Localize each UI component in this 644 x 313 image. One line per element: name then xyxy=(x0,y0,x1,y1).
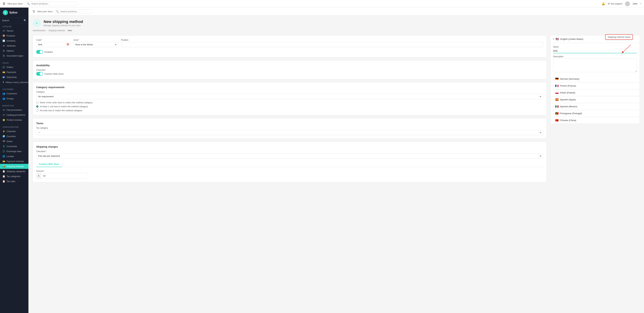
sidebar-item-tax-categories[interactable]: 📋Tax categories xyxy=(0,174,28,179)
sidebar-item-export[interactable]: ⬆bitbag.ui.export_shipments xyxy=(0,80,28,85)
sidebar-item-customers[interactable]: 👥Customers xyxy=(0,91,28,96)
title-text-group: New shipping method Manage shipping meth… xyxy=(44,20,83,27)
taxes-card: Taxes Tax category --- Clothing Electron… xyxy=(32,118,547,139)
radio-all-input[interactable] xyxy=(36,109,38,112)
sidebar-item-label: Tax categories xyxy=(6,175,20,178)
radio-none-input[interactable] xyxy=(36,102,38,104)
hamburger-icon[interactable]: ☰ xyxy=(3,2,5,5)
sales-section-title: SALES xyxy=(0,61,28,65)
es-flag-icon: 🇪🇸 xyxy=(555,98,559,101)
locale-pt[interactable]: › 🇵🇹 Portuguese (Portugal) xyxy=(550,110,640,117)
sidebar-item-label: Locales xyxy=(6,155,14,158)
sidebar-search[interactable]: Search 🔍 xyxy=(0,18,28,23)
sidebar-item-taxons[interactable]: 🏷Taxons xyxy=(0,28,28,33)
radio-none-label: None of the units have to match the meth… xyxy=(40,101,92,104)
amount-group: Amount* $ xyxy=(36,170,543,179)
sidebar-item-shipping-methods[interactable]: 📦Shipping methods xyxy=(0,164,28,169)
options-icon: ☰ xyxy=(2,50,5,52)
sidebar-item-locales[interactable]: 🌐Locales xyxy=(0,154,28,159)
category-select[interactable]: No requirement xyxy=(36,94,543,99)
user-name[interactable]: John xyxy=(632,2,638,5)
view-store-link[interactable]: View your store xyxy=(7,2,22,5)
sidebar-item-currencies[interactable]: 💲Currencies xyxy=(0,144,28,149)
locale-desc-textarea[interactable] xyxy=(553,58,637,72)
sidebar-item-tax-rates[interactable]: 📋Tax rates xyxy=(0,179,28,184)
sidebar-item-countries[interactable]: 🌍Countries xyxy=(0,134,28,139)
sidebar-item-cart-promotions[interactable]: 🏷Cart promotions xyxy=(0,108,28,112)
calendar-icon: 📅 xyxy=(66,43,69,46)
position-label: Position xyxy=(121,39,543,41)
sidebar-item-label: Orders xyxy=(6,66,13,68)
sidebar-item-exchange-rates[interactable]: 💱Exchange rates xyxy=(0,149,28,154)
radio-all[interactable]: All units has to match the method catego… xyxy=(36,109,543,112)
tax-category-group: Tax category --- Clothing Electronics xyxy=(36,127,543,135)
sidebar-item-shipments[interactable]: 📬Shipments xyxy=(0,75,28,80)
taxons-icon: 🏷 xyxy=(2,30,5,32)
shipments-icon: 📬 xyxy=(2,76,5,78)
sidebar-item-label: bitbag.ui.export_shipments xyxy=(6,81,28,83)
sidebar-item-payments[interactable]: 💳Payments xyxy=(0,70,28,75)
chevron-right-icon: › xyxy=(553,119,554,122)
sidebar-item-label: Shipping methods xyxy=(6,165,24,168)
avatar[interactable]: J xyxy=(625,2,630,6)
chevron-right-icon: › xyxy=(553,85,554,87)
sidebar-item-shipping-categories[interactable]: 📋Shipping categories xyxy=(0,169,28,174)
menu-toggle-icon[interactable]: ☰ xyxy=(32,10,35,13)
code-input[interactable] xyxy=(36,42,71,47)
sidebar-item-products[interactable]: 📦Products xyxy=(0,33,28,38)
view-store-button[interactable]: View your store xyxy=(37,10,52,13)
sidebar-item-channels[interactable]: ⚡Channels xyxy=(0,129,28,134)
radio-none[interactable]: None of the units have to match the meth… xyxy=(36,101,543,104)
shipping-methods-icon: 📦 xyxy=(2,165,5,168)
enabled-row: Enabled xyxy=(36,50,543,54)
locale-fr[interactable]: › 🇫🇷 French (France) xyxy=(550,82,640,89)
position-input[interactable] xyxy=(121,42,543,47)
tab-fashion-web-store[interactable]: Fashion Web Store xyxy=(36,162,62,167)
search-input[interactable] xyxy=(31,2,62,5)
sidebar-section-marketing: MARKETING 🏷Cart promotions 🏷Catalog prom… xyxy=(0,102,28,124)
sidebar-item-attributes[interactable]: ⚙Attributes xyxy=(0,43,28,48)
amount-input[interactable] xyxy=(41,173,88,178)
breadcrumb-admin[interactable]: Administration xyxy=(32,29,46,32)
locale-es[interactable]: › 🇪🇸 Spanish (Spain) xyxy=(550,96,640,103)
availability-card: Availability Channels* Fashion Web Store xyxy=(32,60,547,79)
sidebar-item-options[interactable]: ☰Options xyxy=(0,48,28,53)
product-search-input[interactable] xyxy=(60,10,91,13)
locale-pl[interactable]: › 🇵🇱 Polish (Poland) xyxy=(550,89,640,96)
sidebar-item-groups[interactable]: 👥Groups xyxy=(0,96,28,101)
position-group: Position xyxy=(121,39,543,47)
locale-es-mx[interactable]: › 🇲🇽 Spanish (Mexico) xyxy=(550,103,640,110)
calculator-select[interactable]: Flat rate per shipment Flat rate per uni… xyxy=(36,153,543,159)
notification-icon[interactable]: 🔔 xyxy=(602,2,605,5)
zone-select[interactable]: Rest of the World Europe Americas Asia xyxy=(74,42,118,47)
channel-toggle[interactable] xyxy=(36,72,43,76)
sidebar-item-inventory[interactable]: 🔄Inventory xyxy=(0,38,28,43)
locale-de[interactable]: › 🇩🇪 German (Germany) xyxy=(550,76,640,82)
locale-zh[interactable]: › 🇨🇳 Chinese (China) xyxy=(550,117,640,124)
breadcrumb-shipping-methods[interactable]: Shipping methods xyxy=(48,29,65,32)
marketing-section-title: MARKETING xyxy=(0,104,28,108)
category-card: Category requirements Category No requir… xyxy=(32,82,547,115)
desc-field-label: Description xyxy=(553,55,637,58)
main-layout: S Sylius Search 🔍 CATALOG 🏷Taxons 📦Produ… xyxy=(0,8,644,313)
tax-category-select[interactable]: --- Clothing Electronics xyxy=(36,130,543,135)
radio-at-least-input[interactable] xyxy=(36,105,38,108)
sidebar-item-catalog-promotions[interactable]: 🏷Catalog promotions xyxy=(0,112,28,118)
sidebar-item-association-types[interactable]: ☰Association types xyxy=(0,53,28,58)
radio-at-least[interactable]: At least 1 unit has to match the method … xyxy=(36,105,543,108)
tax-categories-icon: 📋 xyxy=(2,175,5,178)
sidebar-item-zones[interactable]: 🗺Zones xyxy=(0,139,28,144)
locale-section: ▾ 🇺🇸 English (United States) shipping me… xyxy=(550,35,640,124)
enabled-toggle[interactable] xyxy=(36,50,43,54)
chevron-right-icon: › xyxy=(553,78,554,80)
pl-flag-icon: 🇵🇱 xyxy=(555,91,559,94)
sidebar-item-product-reviews[interactable]: ⭐Product reviews xyxy=(0,118,28,122)
sidebar-item-payment-methods[interactable]: 💳Payment methods xyxy=(0,159,28,164)
logo-text: Sylius xyxy=(9,11,18,14)
logo-area: S Sylius xyxy=(0,8,28,18)
sidebar-item-orders[interactable]: 🛒Orders xyxy=(0,65,28,70)
chevron-down-icon[interactable]: ▾ xyxy=(640,2,641,5)
support-link[interactable]: ⚙ Get support xyxy=(608,2,622,5)
sidebar-item-label: Product reviews xyxy=(6,119,22,121)
sidebar-item-label: Association types xyxy=(6,55,23,57)
